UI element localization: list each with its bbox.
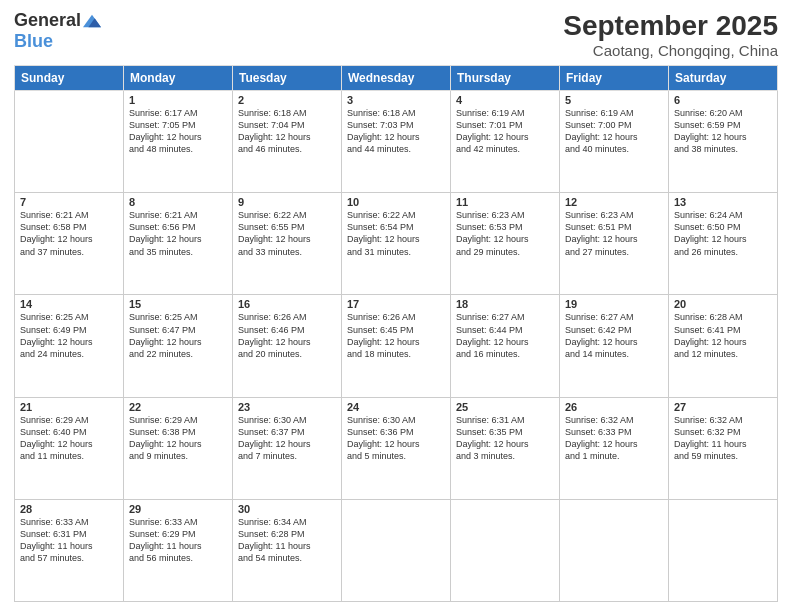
- calendar-cell: 12Sunrise: 6:23 AM Sunset: 6:51 PM Dayli…: [560, 193, 669, 295]
- week-row-4: 21Sunrise: 6:29 AM Sunset: 6:40 PM Dayli…: [15, 397, 778, 499]
- day-info: Sunrise: 6:21 AM Sunset: 6:56 PM Dayligh…: [129, 209, 227, 258]
- day-info: Sunrise: 6:24 AM Sunset: 6:50 PM Dayligh…: [674, 209, 772, 258]
- day-info: Sunrise: 6:22 AM Sunset: 6:54 PM Dayligh…: [347, 209, 445, 258]
- calendar: SundayMondayTuesdayWednesdayThursdayFrid…: [14, 65, 778, 602]
- logo-blue-text: Blue: [14, 31, 53, 52]
- day-number: 1: [129, 94, 227, 106]
- day-info: Sunrise: 6:26 AM Sunset: 6:46 PM Dayligh…: [238, 311, 336, 360]
- calendar-cell: 14Sunrise: 6:25 AM Sunset: 6:49 PM Dayli…: [15, 295, 124, 397]
- title-block: September 2025 Caotang, Chongqing, China: [563, 10, 778, 59]
- day-number: 28: [20, 503, 118, 515]
- week-row-2: 7Sunrise: 6:21 AM Sunset: 6:58 PM Daylig…: [15, 193, 778, 295]
- logo-icon: [83, 14, 101, 28]
- calendar-cell: 11Sunrise: 6:23 AM Sunset: 6:53 PM Dayli…: [451, 193, 560, 295]
- weekday-header-saturday: Saturday: [669, 66, 778, 91]
- calendar-cell: 17Sunrise: 6:26 AM Sunset: 6:45 PM Dayli…: [342, 295, 451, 397]
- day-number: 22: [129, 401, 227, 413]
- day-number: 21: [20, 401, 118, 413]
- calendar-cell: 21Sunrise: 6:29 AM Sunset: 6:40 PM Dayli…: [15, 397, 124, 499]
- day-number: 20: [674, 298, 772, 310]
- calendar-cell: 9Sunrise: 6:22 AM Sunset: 6:55 PM Daylig…: [233, 193, 342, 295]
- weekday-header-wednesday: Wednesday: [342, 66, 451, 91]
- day-number: 12: [565, 196, 663, 208]
- weekday-header-row: SundayMondayTuesdayWednesdayThursdayFrid…: [15, 66, 778, 91]
- day-info: Sunrise: 6:23 AM Sunset: 6:51 PM Dayligh…: [565, 209, 663, 258]
- calendar-cell: 30Sunrise: 6:34 AM Sunset: 6:28 PM Dayli…: [233, 499, 342, 601]
- calendar-cell: 4Sunrise: 6:19 AM Sunset: 7:01 PM Daylig…: [451, 91, 560, 193]
- calendar-cell: 29Sunrise: 6:33 AM Sunset: 6:29 PM Dayli…: [124, 499, 233, 601]
- calendar-cell: 22Sunrise: 6:29 AM Sunset: 6:38 PM Dayli…: [124, 397, 233, 499]
- day-info: Sunrise: 6:21 AM Sunset: 6:58 PM Dayligh…: [20, 209, 118, 258]
- day-number: 27: [674, 401, 772, 413]
- weekday-header-thursday: Thursday: [451, 66, 560, 91]
- logo: General Blue: [14, 10, 101, 52]
- day-info: Sunrise: 6:26 AM Sunset: 6:45 PM Dayligh…: [347, 311, 445, 360]
- day-number: 24: [347, 401, 445, 413]
- day-number: 23: [238, 401, 336, 413]
- header: General Blue September 2025 Caotang, Cho…: [14, 10, 778, 59]
- calendar-cell: 6Sunrise: 6:20 AM Sunset: 6:59 PM Daylig…: [669, 91, 778, 193]
- calendar-cell: 10Sunrise: 6:22 AM Sunset: 6:54 PM Dayli…: [342, 193, 451, 295]
- day-number: 8: [129, 196, 227, 208]
- weekday-header-monday: Monday: [124, 66, 233, 91]
- day-info: Sunrise: 6:28 AM Sunset: 6:41 PM Dayligh…: [674, 311, 772, 360]
- weekday-header-sunday: Sunday: [15, 66, 124, 91]
- day-number: 15: [129, 298, 227, 310]
- calendar-cell: 15Sunrise: 6:25 AM Sunset: 6:47 PM Dayli…: [124, 295, 233, 397]
- calendar-cell: 5Sunrise: 6:19 AM Sunset: 7:00 PM Daylig…: [560, 91, 669, 193]
- day-info: Sunrise: 6:33 AM Sunset: 6:31 PM Dayligh…: [20, 516, 118, 565]
- calendar-cell: 19Sunrise: 6:27 AM Sunset: 6:42 PM Dayli…: [560, 295, 669, 397]
- day-info: Sunrise: 6:23 AM Sunset: 6:53 PM Dayligh…: [456, 209, 554, 258]
- week-row-5: 28Sunrise: 6:33 AM Sunset: 6:31 PM Dayli…: [15, 499, 778, 601]
- calendar-cell: 8Sunrise: 6:21 AM Sunset: 6:56 PM Daylig…: [124, 193, 233, 295]
- calendar-cell: 20Sunrise: 6:28 AM Sunset: 6:41 PM Dayli…: [669, 295, 778, 397]
- day-number: 13: [674, 196, 772, 208]
- day-info: Sunrise: 6:17 AM Sunset: 7:05 PM Dayligh…: [129, 107, 227, 156]
- day-info: Sunrise: 6:33 AM Sunset: 6:29 PM Dayligh…: [129, 516, 227, 565]
- calendar-cell: 27Sunrise: 6:32 AM Sunset: 6:32 PM Dayli…: [669, 397, 778, 499]
- calendar-cell: 25Sunrise: 6:31 AM Sunset: 6:35 PM Dayli…: [451, 397, 560, 499]
- day-number: 7: [20, 196, 118, 208]
- location-title: Caotang, Chongqing, China: [563, 42, 778, 59]
- day-number: 14: [20, 298, 118, 310]
- day-info: Sunrise: 6:29 AM Sunset: 6:38 PM Dayligh…: [129, 414, 227, 463]
- day-info: Sunrise: 6:20 AM Sunset: 6:59 PM Dayligh…: [674, 107, 772, 156]
- day-info: Sunrise: 6:30 AM Sunset: 6:36 PM Dayligh…: [347, 414, 445, 463]
- day-info: Sunrise: 6:32 AM Sunset: 6:32 PM Dayligh…: [674, 414, 772, 463]
- day-number: 25: [456, 401, 554, 413]
- calendar-cell: 1Sunrise: 6:17 AM Sunset: 7:05 PM Daylig…: [124, 91, 233, 193]
- calendar-cell: [342, 499, 451, 601]
- calendar-cell: 2Sunrise: 6:18 AM Sunset: 7:04 PM Daylig…: [233, 91, 342, 193]
- calendar-cell: 7Sunrise: 6:21 AM Sunset: 6:58 PM Daylig…: [15, 193, 124, 295]
- day-info: Sunrise: 6:19 AM Sunset: 7:00 PM Dayligh…: [565, 107, 663, 156]
- day-info: Sunrise: 6:22 AM Sunset: 6:55 PM Dayligh…: [238, 209, 336, 258]
- day-number: 4: [456, 94, 554, 106]
- day-number: 3: [347, 94, 445, 106]
- calendar-cell: 16Sunrise: 6:26 AM Sunset: 6:46 PM Dayli…: [233, 295, 342, 397]
- day-info: Sunrise: 6:25 AM Sunset: 6:47 PM Dayligh…: [129, 311, 227, 360]
- day-info: Sunrise: 6:27 AM Sunset: 6:44 PM Dayligh…: [456, 311, 554, 360]
- weekday-header-tuesday: Tuesday: [233, 66, 342, 91]
- day-number: 18: [456, 298, 554, 310]
- day-info: Sunrise: 6:29 AM Sunset: 6:40 PM Dayligh…: [20, 414, 118, 463]
- day-info: Sunrise: 6:31 AM Sunset: 6:35 PM Dayligh…: [456, 414, 554, 463]
- calendar-cell: [669, 499, 778, 601]
- day-number: 9: [238, 196, 336, 208]
- page: General Blue September 2025 Caotang, Cho…: [0, 0, 792, 612]
- day-info: Sunrise: 6:18 AM Sunset: 7:04 PM Dayligh…: [238, 107, 336, 156]
- day-number: 19: [565, 298, 663, 310]
- calendar-cell: 24Sunrise: 6:30 AM Sunset: 6:36 PM Dayli…: [342, 397, 451, 499]
- calendar-cell: 18Sunrise: 6:27 AM Sunset: 6:44 PM Dayli…: [451, 295, 560, 397]
- day-number: 2: [238, 94, 336, 106]
- day-number: 5: [565, 94, 663, 106]
- day-number: 30: [238, 503, 336, 515]
- day-number: 17: [347, 298, 445, 310]
- day-number: 16: [238, 298, 336, 310]
- calendar-cell: 13Sunrise: 6:24 AM Sunset: 6:50 PM Dayli…: [669, 193, 778, 295]
- calendar-cell: [15, 91, 124, 193]
- calendar-cell: 26Sunrise: 6:32 AM Sunset: 6:33 PM Dayli…: [560, 397, 669, 499]
- day-info: Sunrise: 6:19 AM Sunset: 7:01 PM Dayligh…: [456, 107, 554, 156]
- logo-general-text: General: [14, 10, 81, 31]
- day-number: 26: [565, 401, 663, 413]
- day-number: 10: [347, 196, 445, 208]
